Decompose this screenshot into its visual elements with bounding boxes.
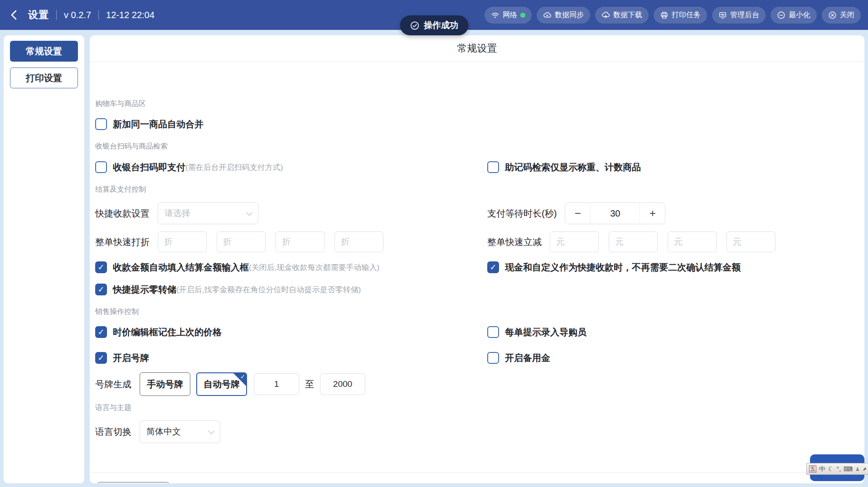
checkbox-label: 新加同一商品自动合并 — [113, 118, 204, 130]
checkbox-no-second-confirm[interactable]: ✓ 现金和自定义作为快捷收款时，不再需要二次确认结算金额 — [487, 261, 741, 274]
check-circle-icon — [410, 21, 419, 30]
checkbox-box: ✓ — [95, 284, 107, 295]
checkbox-autofill-amount[interactable]: ✓ 收款金额自动填入结算金额输入框 (关闭后,现金收款每次都需要手动输入) — [95, 261, 379, 274]
topbar-actions: 网络 数据同步 数据下载 打印任务 管理后台 — [485, 7, 861, 24]
checkbox-box: ✓ — [95, 261, 107, 273]
quick-collect-select[interactable]: 请选择 — [158, 203, 258, 224]
ime-mode-chinese[interactable]: 中 — [819, 466, 825, 472]
network-status-button[interactable]: 网络 — [485, 7, 532, 24]
data-sync-button[interactable]: 数据同步 — [537, 7, 590, 24]
section-scan: 收银台扫码与商品检索 — [95, 141, 859, 152]
tag-range-start-input[interactable] — [254, 373, 299, 395]
close-button[interactable]: 关闭 — [822, 7, 861, 24]
print-tasks-button[interactable]: 打印任务 — [654, 7, 707, 24]
checkbox-reserve-fund[interactable]: ✓ 开启备用金 — [487, 352, 550, 364]
sidebar-item-label: 打印设置 — [26, 72, 62, 84]
right-col: 支付等待时长(秒) − 30 + — [487, 203, 665, 224]
chevron-down-icon — [208, 427, 214, 434]
ime-user-icon[interactable] — [855, 466, 860, 473]
discount-input-1[interactable] — [158, 231, 207, 252]
divider — [98, 10, 99, 20]
row-tag-generation: 号牌生成 手动号牌 自动号牌 ✓ 至 — [95, 372, 859, 396]
section-label: 语言与主题 — [95, 403, 131, 413]
print-tasks-label: 打印任务 — [672, 10, 701, 20]
discount-input-4[interactable] — [335, 231, 383, 252]
ime-wubi-badge[interactable]: 五 — [809, 465, 816, 473]
checkbox-hint: (关闭后,现金收款每次都需要手动输入) — [249, 262, 379, 273]
cloud-download-icon — [601, 11, 610, 19]
panel-body: 购物车与商品区 ✓ 新加同一商品自动合并 收银台扫码与商品检索 ✓ 收银台扫码即… — [90, 61, 864, 483]
checkbox-guide-prompt[interactable]: ✓ 每单提示录入导购员 — [487, 326, 587, 338]
monitor-icon — [718, 11, 727, 19]
admin-backend-label: 管理后台 — [730, 10, 759, 20]
section-payment: 结算及支付控制 — [95, 184, 859, 195]
reset-defaults-button[interactable]: 恢复默认设置 — [97, 482, 170, 483]
stepper-value[interactable]: 30 — [590, 203, 640, 224]
sidebar-item-print-settings[interactable]: 打印设置 — [10, 68, 78, 88]
checkbox-zero-transfer-tip[interactable]: ✓ 快捷提示零转储 (开启后,找零金额存在角位分位时自动提示是否零转储) — [95, 284, 361, 296]
discount-input-2[interactable] — [217, 231, 266, 252]
data-download-label: 数据下载 — [613, 10, 642, 20]
reduce-input-1[interactable] — [550, 231, 599, 252]
ime-fullwidth-moon-icon[interactable]: ☾ — [828, 466, 834, 472]
cloud-sync-icon — [543, 11, 552, 19]
row-zero-tip: ✓ 快捷提示零转储 (开启后,找零金额存在角位分位时自动提示是否零转储) — [95, 282, 859, 297]
back-button[interactable] — [7, 8, 21, 22]
close-label: 关闭 — [840, 10, 854, 20]
page-title: 设置 — [28, 8, 49, 22]
wifi-icon — [491, 11, 499, 19]
section-label: 购物车与商品区 — [95, 99, 146, 109]
topbar-left: 设置 v 0.2.7 12-12 22:04 — [7, 8, 155, 22]
panel-title: 常规设置 — [90, 35, 864, 62]
checkbox-enable-tag[interactable]: ✓ 开启号牌 — [95, 352, 149, 364]
row-scan-pay: ✓ 收银台扫码即支付 (需在后台开启扫码支付方式) ✓ 助记码检索仅显示称重、计… — [95, 160, 859, 174]
checkbox-remember-price[interactable]: ✓ 时价编辑框记住上次的价格 — [95, 326, 222, 338]
minimize-label: 最小化 — [789, 10, 810, 20]
row-tag-enable: ✓ 开启号牌 ✓ 开启备用金 — [95, 351, 859, 365]
ime-toolbar[interactable]: 五 中 ☾ °, ⌨ — [806, 463, 868, 475]
close-icon — [828, 11, 837, 19]
reduce-input-3[interactable] — [668, 231, 717, 252]
admin-backend-button[interactable]: 管理后台 — [712, 7, 766, 24]
manual-tag-label: 手动号牌 — [147, 378, 183, 391]
checkbox-label: 开启备用金 — [505, 352, 550, 364]
checkbox-auto-merge[interactable]: ✓ 新加同一商品自动合并 — [95, 118, 204, 130]
checkbox-box: ✓ — [487, 326, 499, 338]
checkbox-label: 现金和自定义作为快捷收款时，不再需要二次确认结算金额 — [505, 261, 741, 274]
stepper-plus-button[interactable]: + — [640, 203, 665, 224]
right-col: ✓ 开启备用金 — [487, 351, 550, 365]
row-language: 语言切换 简体中文 — [95, 420, 859, 443]
minimize-button[interactable]: 最小化 — [771, 7, 817, 24]
language-label: 语言切换 — [95, 426, 131, 438]
checkbox-scan-to-pay[interactable]: ✓ 收银台扫码即支付 (需在后台开启扫码支付方式) — [95, 161, 283, 174]
language-select[interactable]: 简体中文 — [140, 420, 220, 443]
ime-wrench-icon[interactable] — [863, 466, 867, 473]
sidebar-item-general-settings[interactable]: 常规设置 — [10, 41, 78, 62]
discount-input-3[interactable] — [276, 231, 325, 252]
success-toast: 操作成功 — [400, 15, 468, 35]
auto-tag-button[interactable]: 自动号牌 ✓ — [196, 372, 247, 396]
stepper-minus-button[interactable]: − — [565, 203, 590, 224]
section-language: 语言与主题 — [95, 402, 859, 413]
tag-generation-label: 号牌生成 — [95, 378, 131, 391]
checkbox-label: 开启号牌 — [113, 352, 149, 364]
ime-punctuation-icon[interactable]: °, — [837, 466, 841, 472]
section-label: 收银台扫码与商品检索 — [95, 142, 168, 151]
data-download-button[interactable]: 数据下载 — [595, 7, 649, 24]
ime-keyboard-icon[interactable]: ⌨ — [844, 466, 853, 472]
reduce-input-2[interactable] — [609, 231, 658, 252]
reduce-input-4[interactable] — [727, 231, 776, 252]
section-label: 结算及支付控制 — [95, 185, 146, 194]
minimize-icon — [777, 11, 786, 19]
checkbox-mnemonic-filter[interactable]: ✓ 助记码检索仅显示称重、计数商品 — [487, 161, 641, 174]
language-value: 简体中文 — [146, 426, 181, 438]
manual-tag-button[interactable]: 手动号牌 — [140, 372, 190, 396]
quick-reduce-label: 整单快速立减 — [487, 236, 542, 248]
checkbox-box: ✓ — [487, 352, 499, 364]
pay-wait-stepper: − 30 + — [565, 203, 665, 224]
online-dot — [520, 13, 525, 18]
toast-message: 操作成功 — [424, 19, 458, 31]
checkbox-label: 时价编辑框记住上次的价格 — [113, 326, 222, 338]
checkbox-label: 快捷提示零转储 — [113, 284, 176, 296]
tag-range-end-input[interactable] — [320, 373, 365, 395]
